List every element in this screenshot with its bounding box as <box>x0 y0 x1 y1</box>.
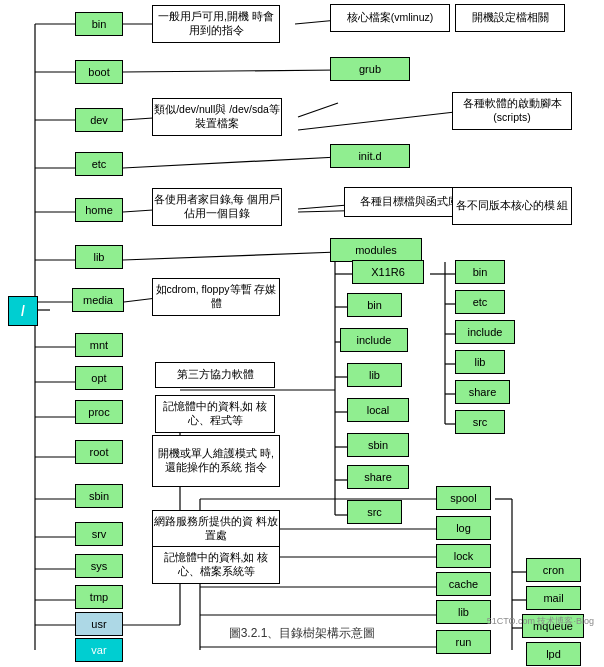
svg-line-26 <box>298 112 455 130</box>
node-src: src <box>347 500 402 524</box>
dir-home: home <box>75 198 123 222</box>
node-x-lib: lib <box>455 350 505 374</box>
dir-bin: bin <box>75 12 123 36</box>
node-x11r6: X11R6 <box>352 260 424 284</box>
node-kern-mod: 各不同版本核心的模 組 <box>452 187 572 225</box>
node-cron: cron <box>526 558 581 582</box>
desc-srv: 網路服務所提供的資 料放置處 <box>152 510 280 548</box>
desc-home: 各使用者家目錄,每 個用戶佔用一個目錄 <box>152 188 282 226</box>
node-mail: mail <box>526 586 581 610</box>
node-x-bin: bin <box>455 260 505 284</box>
node-usr-lib: lib <box>347 363 402 387</box>
node-x-etc: etc <box>455 290 505 314</box>
desc-dev: 類似/dev/null與 /dev/sda等裝置檔案 <box>152 98 282 136</box>
node-scripts: 各種軟體的啟動腳本 (scripts) <box>452 92 572 130</box>
dir-srv: srv <box>75 522 123 546</box>
dir-etc: etc <box>75 152 123 176</box>
dir-proc: proc <box>75 400 123 424</box>
svg-line-25 <box>298 103 338 117</box>
node-cache: cache <box>436 572 491 596</box>
desc-proc: 記憶體中的資料,如 核心、程式等 <box>155 395 275 433</box>
node-usr-bin: bin <box>347 293 402 317</box>
node-grub: grub <box>330 57 410 81</box>
desc-media: 如cdrom, floppy等暫 存媒體 <box>152 278 280 316</box>
root-dir: / <box>8 296 38 326</box>
dir-lib: lib <box>75 245 123 269</box>
svg-line-23 <box>123 70 338 72</box>
svg-line-31 <box>123 252 338 260</box>
diagram: / bin boot dev etc home lib media mnt op… <box>0 0 604 650</box>
dir-media: media <box>72 288 124 312</box>
svg-line-29 <box>298 205 348 209</box>
dir-dev: dev <box>75 108 123 132</box>
node-lock: lock <box>436 544 491 568</box>
svg-line-27 <box>123 157 338 168</box>
node-spool: spool <box>436 486 491 510</box>
dir-tmp: tmp <box>75 585 123 609</box>
node-x-include: include <box>455 320 515 344</box>
desc-bin: 一般用戶可用,開機 時會用到的指令 <box>152 5 280 43</box>
node-x-src: src <box>455 410 505 434</box>
node-local: local <box>347 398 409 422</box>
dir-boot: boot <box>75 60 123 84</box>
dir-sbin: sbin <box>75 484 123 508</box>
node-share: share <box>347 465 409 489</box>
node-x-share: share <box>455 380 510 404</box>
dir-mnt: mnt <box>75 333 123 357</box>
dir-opt: opt <box>75 366 123 390</box>
node-initd: init.d <box>330 144 410 168</box>
node-log: log <box>436 516 491 540</box>
watermark: 51CTO.com 技术博客·Blog <box>487 615 594 628</box>
node-lpd: lpd <box>526 642 581 666</box>
desc-opt: 第三方協力軟體 <box>155 362 275 388</box>
node-usr-include: include <box>340 328 408 352</box>
node-v-lib: lib <box>436 600 491 624</box>
dir-sys: sys <box>75 554 123 578</box>
node-usr-sbin: sbin <box>347 433 409 457</box>
node-boot-cfg: 開機設定檔相關 <box>455 4 565 32</box>
node-modules: modules <box>330 238 422 262</box>
desc-sys: 記憶體中的資料,如 核心、檔案系統等 <box>152 546 280 584</box>
desc-sbin: 開機或單人維護模式 時,還能操作的系統 指令 <box>152 435 280 487</box>
node-vmlinuz: 核心檔案(vmlinuz) <box>330 4 450 32</box>
dir-root: root <box>75 440 123 464</box>
